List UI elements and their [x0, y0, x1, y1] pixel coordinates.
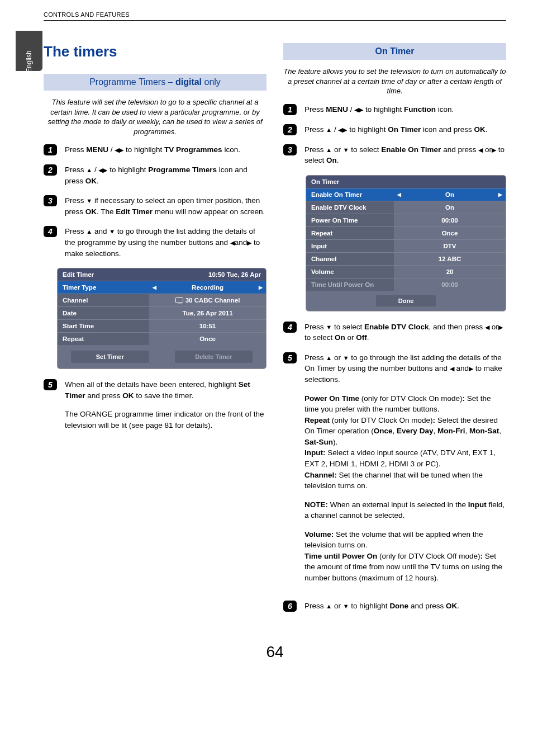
left-step-1: 1 Press MENU / ◀▶ to highlight TV Progra… — [44, 144, 266, 155]
menu-row-value: Once — [394, 226, 506, 239]
menu-row-value: On — [394, 201, 506, 214]
edit-timer-menu: Edit Timer 10:50 Tue, 26 Apr Timer Type … — [57, 268, 266, 369]
step-number-icon: 2 — [283, 124, 297, 135]
up-icon: ▲ — [86, 229, 92, 235]
menu-row-value: Tue, 26 Apr 2011 — [149, 306, 266, 319]
page-number: 64 — [44, 643, 506, 661]
language-tab: English — [16, 31, 42, 71]
menu-row-label: Enable On Timer — [306, 188, 394, 201]
section-programme-timers: Programme Timers – digital only — [44, 74, 266, 91]
menu-row-label: Date — [58, 306, 149, 319]
set-timer-button[interactable]: Set Timer — [71, 351, 149, 363]
menu-row-label: Enable DTV Clock — [306, 201, 394, 214]
left-right-icon: ◀▶ — [98, 167, 107, 173]
left-step-3: 3 Press ▼ if necessary to select an open… — [44, 195, 266, 217]
up-icon: ▲ — [326, 147, 332, 153]
down-icon: ▼ — [86, 198, 92, 204]
menu-row-label: Channel — [58, 294, 149, 306]
right-arrow-icon: ▶ — [498, 192, 502, 197]
tv-icon — [175, 297, 183, 303]
menu-row-label: Time Until Power On — [306, 278, 394, 291]
left-right-icon: ◀▶ — [115, 147, 123, 153]
down-icon: ▼ — [343, 603, 349, 609]
up-icon: ▲ — [326, 355, 332, 361]
down-icon: ▼ — [343, 355, 349, 361]
menu-title: On Timer — [311, 178, 339, 185]
menu-row-value: 20 — [394, 265, 506, 278]
step-number-icon: 3 — [283, 144, 297, 155]
right-icon: ▶ — [498, 324, 503, 330]
down-icon: ▼ — [343, 147, 349, 153]
left-icon: ◀ — [478, 147, 483, 153]
down-icon: ▼ — [326, 324, 332, 330]
on-timer-menu: On Timer Enable On Timer ◀On▶ Enable DTV… — [306, 175, 506, 311]
step-number-icon: 2 — [44, 164, 57, 176]
menu-title: Edit Timer — [63, 271, 94, 278]
menu-row-value: DTV — [394, 239, 506, 252]
up-icon: ▲ — [326, 127, 332, 133]
menu-row-label: Volume — [306, 265, 394, 278]
right-step-2: 2 Press ▲ / ◀▶ to highlight On Timer ico… — [283, 124, 506, 135]
right-arrow-icon: ▶ — [259, 285, 263, 290]
menu-row-value: 00:00 — [394, 278, 506, 291]
left-step-4: 4 Press ▲ and ▼ to go through the list a… — [44, 226, 266, 259]
done-button[interactable]: Done — [376, 295, 436, 306]
menu-row-value: 12 ABC — [394, 252, 506, 265]
menu-row-value: Once — [149, 332, 266, 345]
menu-row-label: Repeat — [306, 226, 394, 239]
delete-timer-button[interactable]: Delete Timer — [175, 351, 253, 363]
menu-row-value: 00:00 — [394, 214, 506, 226]
right-step-5: 5 Press ▲ or ▼ to go through the list ad… — [283, 352, 506, 592]
down-icon: ▼ — [109, 229, 115, 235]
up-icon: ▲ — [326, 603, 332, 609]
menu-row-value: 10:51 — [149, 319, 266, 332]
right-icon: ▶ — [492, 147, 496, 153]
menu-row-label: Repeat — [58, 332, 149, 345]
step-number-icon: 4 — [44, 226, 57, 237]
menu-row-value: 30 CABC Channel — [149, 294, 266, 306]
right-column: On Timer The feature allows you to set t… — [283, 43, 506, 621]
left-step-5: 5 When all of the details have been ente… — [44, 379, 266, 438]
step-number-icon: 1 — [44, 144, 57, 155]
menu-row-label: Start Time — [58, 319, 149, 332]
page-header: CONTROLS AND FEATURES — [44, 11, 506, 21]
menu-row-label: Channel — [306, 252, 394, 265]
right-step-1: 1 Press MENU / ◀▶ to highlight Function … — [283, 104, 506, 115]
step-number-icon: 4 — [283, 322, 297, 333]
menu-row-value: ◀Recording▶ — [149, 281, 266, 294]
step-number-icon: 3 — [44, 195, 57, 206]
menu-row-label: Power On Time — [306, 214, 394, 226]
left-step-2: 2 Press ▲ / ◀▶ to highlight Programme Ti… — [44, 164, 266, 186]
page-title: The timers — [44, 43, 266, 60]
step-number-icon: 5 — [44, 379, 57, 390]
left-icon: ◀ — [485, 324, 489, 330]
right-icon: ▶ — [469, 366, 473, 372]
left-arrow-icon: ◀ — [153, 285, 156, 290]
left-column: The timers Programme Timers – digital on… — [44, 43, 266, 621]
menu-row-label: Input — [306, 239, 394, 252]
left-right-icon: ◀▶ — [338, 127, 347, 133]
right-step-3: 3 Press ▲ or ▼ to select Enable On Timer… — [283, 144, 506, 166]
left-icon: ◀ — [450, 366, 454, 372]
on-timer-intro: The feature allows you to set the televi… — [283, 67, 506, 96]
menu-clock: 10:50 Tue, 26 Apr — [208, 271, 261, 278]
right-step-6: 6 Press ▲ or ▼ to highlight Done and pre… — [283, 601, 506, 612]
section-on-timer: On Timer — [283, 43, 506, 60]
right-step-4: 4 Press ▼ to select Enable DTV Clock, an… — [283, 322, 506, 343]
step-number-icon: 5 — [283, 352, 297, 363]
left-right-icon: ◀▶ — [354, 107, 363, 113]
left-arrow-icon: ◀ — [397, 192, 401, 197]
menu-row-label: Timer Type — [58, 281, 149, 294]
left-icon: ◀ — [230, 240, 235, 246]
menu-row-value: ◀On▶ — [394, 188, 506, 201]
programme-intro: This feature will set the television to … — [44, 97, 266, 136]
up-icon: ▲ — [86, 167, 92, 173]
step-number-icon: 6 — [283, 601, 297, 612]
step-number-icon: 1 — [283, 104, 297, 115]
